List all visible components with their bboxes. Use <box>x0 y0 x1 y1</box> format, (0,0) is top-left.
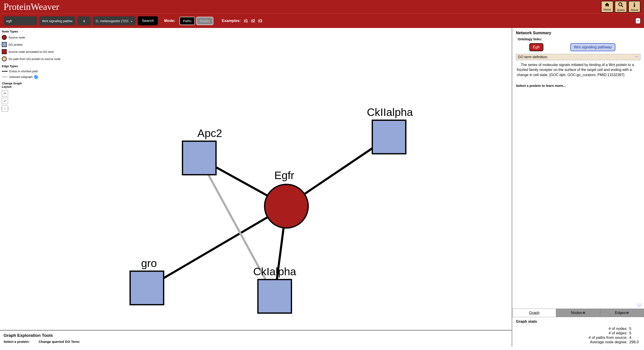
app-header: ProteinWeaver Home Query About <box>0 0 644 14</box>
detail-tabs: Graph Nodes🛠 Edges🛠 <box>512 309 644 317</box>
legend-label: Induced subgraph <box>10 75 33 79</box>
exploration-title: Graph Exploration Tools <box>4 333 508 338</box>
example-3-link[interactable]: #3 <box>258 19 262 23</box>
select-protein-label: Select a protein: <box>4 340 30 343</box>
stat-value: 5 <box>629 326 640 331</box>
protein-input[interactable] <box>4 16 37 25</box>
tab-edges[interactable]: Edges🛠 <box>600 309 644 317</box>
grid-icon: ⋮⋮⋮ <box>0 107 10 110</box>
svg-point-2 <box>634 3 635 4</box>
network-graph[interactable]: Apc2 CkIIalpha CkIalpha gro Egfr <box>0 28 512 330</box>
node-gro[interactable] <box>130 271 164 305</box>
node-ck1alpha[interactable] <box>258 279 291 313</box>
search-button[interactable]: Search <box>138 16 158 25</box>
species-select[interactable]: D. melanogaster (7227) <box>93 16 136 25</box>
summary-title: Network Summary <box>516 31 640 35</box>
replay-badge-icon: ›_‹ <box>636 303 643 307</box>
main-area: Node Types Source node GO protein Source… <box>0 28 644 347</box>
tools-icon: 🛠 <box>626 311 629 315</box>
node-label: CkIalpha <box>253 265 296 277</box>
tab-nodes[interactable]: Nodes🛠 <box>556 309 600 317</box>
stat-label: # of paths from source: <box>588 335 628 340</box>
node-label: Egfr <box>274 169 294 181</box>
legend-label: GO protein <box>8 43 23 46</box>
layout-cut-button[interactable]: ✂ <box>2 90 8 97</box>
home-button[interactable]: Home <box>601 1 613 13</box>
stat-value: 298.0 <box>629 340 640 344</box>
node-label: CkIIalpha <box>367 106 413 118</box>
tab-graph[interactable]: Graph <box>512 309 556 317</box>
stat-label: Average node degree: <box>590 340 628 344</box>
about-label: About <box>630 8 638 12</box>
legend-label: Exists in shortest path <box>10 70 38 73</box>
stat-label: # of nodes: <box>609 326 628 331</box>
collapse-icon: 〰 <box>635 55 638 59</box>
tab-nodes-label: Nodes <box>571 311 582 315</box>
graph-area[interactable]: Node Types Source node GO protein Source… <box>0 28 512 330</box>
ontology-label: Ontology links: <box>518 37 640 41</box>
go-def-body: The series of molecular signals initiate… <box>516 60 640 80</box>
example-2-link[interactable]: #2 <box>251 19 255 23</box>
nav-buttons: Home Query About <box>601 1 640 13</box>
stat-value: 5 <box>629 331 640 335</box>
help-button[interactable]: ? <box>636 18 640 24</box>
svg-point-0 <box>619 3 622 6</box>
ontology-go-link[interactable]: Wnt signaling pathway <box>570 43 616 51</box>
species-select-wrap: D. melanogaster (7227) <box>93 16 136 25</box>
induced-subgraph-checkbox[interactable] <box>34 75 38 79</box>
stat-label: # of edges: <box>609 331 628 335</box>
summary-section: Network Summary Ontology links: Egfr Wnt… <box>512 28 644 309</box>
go-term-input[interactable] <box>39 16 75 25</box>
legend: Node Types Source node GO protein Source… <box>2 30 60 112</box>
query-label: Query <box>617 8 625 12</box>
ontology-source-link[interactable]: Egfr <box>529 43 544 51</box>
layout-buttons: ✂ ⤢ ⋮⋮⋮ <box>2 90 60 112</box>
edge-types-title: Edge Types <box>2 65 60 68</box>
node-ck2alpha[interactable] <box>372 120 406 154</box>
query-button[interactable]: Query <box>615 1 627 13</box>
mode-toggle: Paths Nodes <box>179 17 213 25</box>
go-def-header-label: GO term definition: <box>518 55 548 59</box>
exploration-tools: Graph Exploration Tools Select a protein… <box>0 330 512 347</box>
induced-edge-icon <box>2 77 8 77</box>
node-types-title: Node Types <box>2 30 60 33</box>
node-label: Apc2 <box>197 127 222 139</box>
node-apc2[interactable] <box>182 141 216 175</box>
right-panel: Network Summary Ontology links: Egfr Wnt… <box>512 28 644 347</box>
mode-paths-button[interactable]: Paths <box>179 17 195 25</box>
legend-go-protein: GO protein <box>2 42 60 47</box>
legend-source-node: Source node <box>2 35 60 40</box>
stats-title: Graph stats <box>516 319 640 324</box>
info-icon <box>632 2 637 8</box>
layout-title: Change Graph Layout: <box>2 82 24 88</box>
stats-table: # of nodes: 5 # of edges: 5 # of paths f… <box>588 326 640 344</box>
stat-row-nodes: # of nodes: 5 <box>588 326 640 331</box>
node-label: gro <box>141 257 157 269</box>
legend-induced-edge: Induced subgraph <box>2 75 60 79</box>
layout-grid-button[interactable]: ⋮⋮⋮ <box>2 105 8 112</box>
left-panel: Node Types Source node GO protein Source… <box>0 28 512 347</box>
source-node-icon <box>2 35 7 40</box>
legend-label: Source node annotated to GO term <box>8 50 54 54</box>
stat-row-paths: # of paths from source: 4 <box>588 335 640 340</box>
mode-nodes-button[interactable]: Nodes <box>196 17 213 25</box>
legend-on-path: On path from GO protein to source node <box>2 56 60 61</box>
example-1-link[interactable]: #1 <box>244 19 248 23</box>
go-def-header[interactable]: GO term definition: 〰 <box>516 54 640 60</box>
shortest-edge-icon <box>2 71 8 72</box>
k-input[interactable] <box>77 16 91 25</box>
node-egfr[interactable] <box>264 184 308 228</box>
tools-icon: 🛠 <box>582 311 586 315</box>
search-icon <box>618 2 624 8</box>
tab-edges-label: Edges <box>615 311 626 315</box>
stat-value: 4 <box>629 335 640 340</box>
stat-row-degree: Average node degree: 298.0 <box>588 340 640 344</box>
legend-label: On path from GO protein to source node <box>8 57 60 61</box>
expand-icon: ⤢ <box>4 99 6 103</box>
layout-expand-button[interactable]: ⤢ <box>2 98 8 104</box>
about-button[interactable]: About <box>628 1 640 13</box>
legend-shortest-edge: Exists in shortest path <box>2 70 60 73</box>
svg-line-1 <box>622 5 623 7</box>
legend-source-go: Source node annotated to GO term <box>2 49 60 54</box>
legend-label: Source node <box>8 36 25 39</box>
